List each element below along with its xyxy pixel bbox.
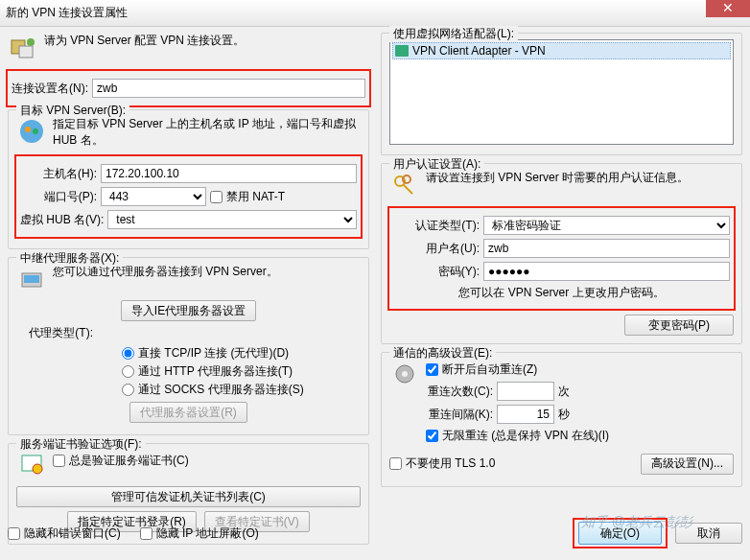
titlebar: 新的 VPN 连接设置属性 ✕ <box>0 0 750 27</box>
always-verify-checkbox[interactable] <box>53 455 65 467</box>
reconnect-label: 断开后自动重连(Z) <box>442 362 537 378</box>
svg-rect-1 <box>19 46 33 58</box>
svg-rect-10 <box>395 45 409 57</box>
infinite-reconnect-checkbox[interactable] <box>426 430 438 442</box>
hide-err-label: 隐藏和错误窗口(C) <box>24 525 121 542</box>
host-input[interactable] <box>101 164 357 183</box>
vpn-settings-icon <box>8 33 38 63</box>
svg-point-3 <box>20 120 43 143</box>
close-button[interactable]: ✕ <box>706 0 750 17</box>
hide-error-checkbox[interactable] <box>8 527 20 540</box>
user-label: 用户名(U): <box>393 241 480 257</box>
no-tls-label: 不要使用 TLS 1.0 <box>406 455 495 472</box>
adapter-item[interactable]: VPN Client Adapter - VPN <box>392 42 731 59</box>
proxy-group-title: 中继代理服务器(X): <box>16 250 123 267</box>
target-instruct: 指定目标 VPN Server 上的主机名或 IP 地址，端口号和虚拟 HUB … <box>53 116 361 149</box>
svg-rect-7 <box>24 275 39 283</box>
port-label: 端口号(P): <box>20 189 97 205</box>
retry-interval-unit: 秒 <box>558 407 570 423</box>
proxy-group: 中继代理服务器(X): 您可以通过代理服务器连接到 VPN Server。 导入… <box>8 257 369 435</box>
watermark: 知乎 @老兵云彭彭 <box>581 514 692 531</box>
hub-label: 虚拟 HUB 名(V): <box>20 212 104 228</box>
svg-point-9 <box>33 464 42 474</box>
proxy-http-radio[interactable] <box>122 365 134 378</box>
svg-point-14 <box>402 371 408 377</box>
retry-count-input <box>497 382 554 401</box>
server-icon <box>16 116 47 147</box>
auth-group: 用户认证设置(A): 请设置连接到 VPN Server 时需要的用户认证信息。… <box>381 163 742 344</box>
proxy-r1: 直接 TCP/IP 连接 (无代理)(D) <box>138 345 289 362</box>
host-label: 主机名(H): <box>20 166 97 182</box>
keys-icon <box>389 170 420 200</box>
auth-type-label: 认证类型(T): <box>393 218 480 234</box>
conn-name-label: 连接设置名(N): <box>12 81 88 97</box>
pwd-note: 您可以在 VPN Server 上更改用户密码。 <box>393 285 730 301</box>
proxy-icon <box>16 264 47 294</box>
nat-t-checkbox[interactable] <box>210 191 223 203</box>
target-group-title: 目标 VPN Server(B): <box>16 103 129 119</box>
no-tls-checkbox[interactable] <box>389 457 402 470</box>
import-ie-button[interactable]: 导入IE代理服务器设置 <box>121 300 256 321</box>
cert-group-title: 服务端证书验证选项(F): <box>16 436 146 453</box>
cert-icon <box>16 450 47 480</box>
svg-point-5 <box>33 128 38 134</box>
proxy-r3: 通过 SOCKS 代理服务器连接(S) <box>138 382 304 398</box>
port-select[interactable]: 443 <box>101 187 206 206</box>
adapter-group: 使用虚拟网络适配器(L): VPN Client Adapter - VPN <box>381 33 742 155</box>
proxy-type-label: 代理类型(T): <box>16 325 93 341</box>
retry-interval-label: 重连间隔(K): <box>426 407 493 423</box>
advanced-settings-button[interactable]: 高级设置(N)... <box>641 454 734 475</box>
change-pwd-button[interactable]: 变更密码(P) <box>624 315 734 336</box>
adapter-group-title: 使用虚拟网络适配器(L): <box>389 26 518 42</box>
hide-ip-label: 隐藏 IP 地址屏蔽(O) <box>156 525 259 542</box>
auth-group-title: 用户认证设置(A): <box>389 156 484 173</box>
proxy-socks-radio[interactable] <box>122 384 134 396</box>
intro-text: 请为 VPN Server 配置 VPN 连接设置。 <box>44 33 245 49</box>
hub-select[interactable]: test <box>107 210 357 229</box>
svg-point-2 <box>27 38 35 46</box>
hide-ip-checkbox[interactable] <box>140 527 152 540</box>
conn-name-input[interactable] <box>92 79 365 98</box>
auto-reconnect-checkbox[interactable] <box>426 363 438 376</box>
infinite-label: 无限重连 (总是保持 VPN 在线)(I) <box>442 428 609 444</box>
retry-interval-input[interactable] <box>497 405 554 424</box>
cert-always: 总是验证服务端证书(C) <box>69 453 189 469</box>
target-server-group: 目标 VPN Server(B): 指定目标 VPN Server 上的主机名或… <box>8 109 369 249</box>
window-title: 新的 VPN 连接设置属性 <box>6 5 744 21</box>
nat-t-label: 禁用 NAT-T <box>226 189 285 205</box>
proxy-r2: 通过 HTTP 代理服务器连接(T) <box>138 363 293 380</box>
retry-count-label: 重连次数(C): <box>426 384 493 400</box>
advanced-group: 通信的高级设置(E): 断开后自动重连(Z) 重连次数(C): 次 重连间隔(K… <box>381 352 742 487</box>
retry-count-unit: 次 <box>558 384 570 400</box>
password-input[interactable] <box>483 262 730 281</box>
proxy-settings-button: 代理服务器设置(R) <box>129 402 247 423</box>
adapter-list[interactable]: VPN Client Adapter - VPN <box>389 39 734 145</box>
manage-ca-button[interactable]: 管理可信发证机关证书列表(C) <box>16 486 361 507</box>
username-input[interactable] <box>483 239 730 258</box>
gear-icon <box>389 359 420 389</box>
pwd-label: 密码(Y): <box>393 264 480 280</box>
adapter-icon <box>395 45 409 57</box>
auth-type-select[interactable]: 标准密码验证 <box>483 216 730 235</box>
svg-point-4 <box>25 127 31 132</box>
proxy-direct-radio[interactable] <box>122 347 134 360</box>
adv-group-title: 通信的高级设置(E): <box>389 345 496 362</box>
